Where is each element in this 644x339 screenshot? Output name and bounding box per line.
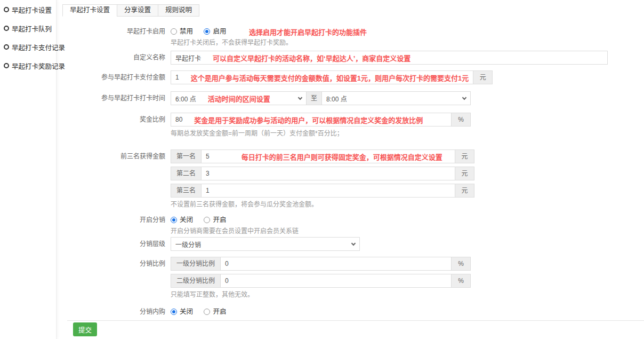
rank3-value: 1: [206, 187, 210, 194]
bonus-help: 每期总发放奖金金额=前一周期（前一天）支付金额*百分比；: [171, 130, 644, 137]
name-label: 自定义名称: [62, 51, 171, 65]
sidebar-item-reward-records[interactable]: 早起打卡奖励记录: [4, 60, 56, 71]
name-hint: 可以自定义早起打卡的活动名称，如‘早起达人’，商家自定义设置: [213, 53, 410, 63]
ring-icon: [4, 26, 9, 31]
level-label: 分销层级: [62, 237, 171, 251]
top3-row-1: 第一名 5 每日打卡的前三名用户则可获得固定奖金，可根据情况自定义设置 元: [171, 149, 474, 163]
rank1-addon: 第一名: [171, 149, 201, 163]
rank3-unit-addon: 元: [455, 184, 474, 198]
sidebar-item-label: 早起打卡队列: [12, 23, 52, 34]
row-top3-amount: 前三名获得金额 第一名 5 每日打卡的前三名用户则可获得固定奖金，可根据情况自定…: [62, 149, 644, 208]
ring-icon: [4, 44, 9, 50]
ratio-l2-unit-addon: %: [452, 274, 471, 288]
radio-on-icon: [171, 309, 177, 315]
ratio-label: 分销比例: [62, 257, 171, 271]
dist-radio-open[interactable]: 开启: [204, 215, 226, 225]
inner-label: 分销内购: [62, 307, 171, 317]
settings-form: 早起打卡启用 禁用 启用 选择启用才能开启早起打卡的功能插件 早起打卡关闭后，不…: [62, 27, 644, 317]
radio-label: 启用: [213, 27, 226, 36]
sidebar-item-payment-records[interactable]: 早起打卡支付记录: [4, 42, 56, 52]
submit-button[interactable]: 提交: [73, 322, 97, 336]
bonus-unit-addon: %: [452, 113, 471, 127]
pay-value: 1: [175, 74, 179, 81]
sidebar-item-label: 早起打卡设置: [12, 5, 52, 15]
time-start-value: 6:00 点: [175, 94, 196, 103]
enable-help: 早起打卡关闭后，不会获得早起打卡奖励。: [171, 39, 644, 46]
tab-rules[interactable]: 规则说明: [158, 4, 199, 17]
ratio-l1-unit-addon: %: [452, 257, 471, 271]
sidebar-item-label: 早起打卡奖励记录: [12, 61, 65, 71]
tab-checkin-settings[interactable]: 早起打卡设置: [62, 4, 117, 17]
row-checkin-time: 参与早起打卡打卡时间 6:00 点 活动时间的区间设置 至 8:00 点: [62, 91, 644, 105]
dist-help: 开启分销商需要在会员设置中开启会员关系链: [171, 227, 644, 235]
radio-label: 禁用: [180, 27, 193, 36]
time-hint: 活动时间的区间设置: [208, 93, 270, 104]
tab-share-settings[interactable]: 分享设置: [117, 4, 158, 17]
name-value: 早起打卡: [175, 53, 201, 62]
bonus-hint: 奖金是用于奖励成功参与活动的用户，可以根据情况自定义奖金的发放比例: [194, 115, 423, 125]
sidebar: 早起打卡设置 早起打卡队列 早起打卡支付记录 早起打卡奖励记录: [0, 0, 57, 339]
row-dist-ratio: 分销比例 一级分销比例 0 % 二级分销比例 0 % 只能填写正整数，其他无效。: [62, 257, 644, 298]
rank3-addon: 第三名: [171, 184, 201, 198]
rank2-value: 3: [206, 170, 210, 177]
pay-input[interactable]: 1 这个是用户参与活动每天需要支付的金额数值，如设置1元，则用户每次打卡的需要支…: [171, 70, 473, 84]
radio-label: 开启: [213, 307, 226, 317]
time-end-value: 8:00 点: [326, 94, 347, 103]
row-dist-level: 分销层级 一级分销: [62, 237, 644, 251]
enable-hint: 选择启用才能开启早起打卡的功能插件: [249, 28, 367, 36]
rank2-addon: 第二名: [171, 167, 201, 180]
time-label: 参与早起打卡打卡时间: [62, 91, 171, 105]
ratio-l1-addon: 一级分销比例: [171, 257, 220, 271]
chevron-down-icon: [462, 96, 466, 100]
rank2-unit-addon: 元: [455, 167, 474, 180]
pay-hint: 这个是用户参与活动每天需要支付的金额数值，如设置1元，则用户每次打卡的需要支付1…: [191, 73, 469, 83]
top3-help: 不设置前三名获得金额，将会参与瓜分奖金池金额。: [171, 201, 644, 208]
ratio-help: 只能填写正整数，其他无效。: [171, 291, 644, 298]
dist-level-select[interactable]: 一级分销: [171, 237, 360, 251]
bonus-input[interactable]: 80 奖金是用于奖励成功参与活动的用户，可以根据情况自定义奖金的发放比例: [171, 113, 452, 127]
enable-radio-enable[interactable]: 启用: [204, 27, 226, 36]
ratio-l1-input[interactable]: 0: [220, 257, 452, 271]
inner-radio-close[interactable]: 关闭: [171, 307, 193, 317]
sidebar-item-checkin-settings[interactable]: 早起打卡设置: [4, 4, 56, 15]
radio-label: 关闭: [180, 215, 193, 225]
ratio-l2-value: 0: [225, 277, 229, 285]
row-inner-purchase: 分销内购 关闭 开启: [62, 307, 644, 317]
rank1-input[interactable]: 5 每日打卡的前三名用户则可获得固定奖金，可根据情况自定义设置: [201, 149, 455, 163]
rank3-input[interactable]: 1: [201, 184, 455, 198]
name-input[interactable]: 早起打卡 可以自定义早起打卡的活动名称，如‘早起达人’，商家自定义设置: [171, 51, 608, 65]
footer-divider: [67, 320, 644, 321]
main-content: 早起打卡设置 分享设置 规则说明 早起打卡启用 禁用 启用 选择启用才能开启早起…: [62, 0, 644, 336]
radio-off-icon: [171, 28, 177, 35]
inner-radio-open[interactable]: 开启: [204, 307, 226, 317]
tab-bar: 早起打卡设置 分享设置 规则说明: [62, 0, 644, 17]
sidebar-item-label: 早起打卡支付记录: [12, 42, 65, 52]
radio-off-icon: [204, 217, 210, 223]
ratio-row-1: 一级分销比例 0 %: [171, 257, 471, 271]
row-bonus-ratio: 奖金比例 80 奖金是用于奖励成功参与活动的用户，可以根据情况自定义奖金的发放比…: [62, 113, 644, 137]
radio-on-icon: [171, 217, 177, 223]
ratio-l2-addon: 二级分销比例: [171, 274, 220, 288]
enable-radio-disable[interactable]: 禁用: [171, 27, 193, 36]
row-custom-name: 自定义名称 早起打卡 可以自定义早起打卡的活动名称，如‘早起达人’，商家自定义设…: [62, 51, 644, 65]
row-enable: 早起打卡启用 禁用 启用 选择启用才能开启早起打卡的功能插件 早起打卡关闭后，不…: [62, 27, 644, 46]
dist-radio-close[interactable]: 关闭: [171, 215, 193, 225]
radio-off-icon: [204, 309, 210, 315]
dist-label: 开启分销: [62, 215, 171, 225]
ratio-l2-input[interactable]: 0: [220, 274, 452, 288]
time-end-select[interactable]: 8:00 点: [321, 91, 471, 105]
enable-label: 早起打卡启用: [62, 27, 171, 36]
radio-label: 开启: [213, 215, 226, 225]
level-value: 一级分销: [175, 240, 201, 249]
row-pay-amount: 参与早起打卡支付金额 1 这个是用户参与活动每天需要支付的金额数值，如设置1元，…: [62, 70, 644, 84]
bonus-value: 80: [175, 116, 182, 123]
rank2-input[interactable]: 3: [201, 167, 455, 180]
top3-hint: 每日打卡的前三名用户则可获得固定奖金，可根据情况自定义设置: [241, 152, 442, 162]
ratio-row-2: 二级分销比例 0 %: [171, 274, 471, 288]
time-start-select[interactable]: 6:00 点 活动时间的区间设置: [171, 91, 307, 105]
bonus-label: 奖金比例: [62, 113, 171, 127]
top3-label: 前三名获得金额: [62, 149, 171, 163]
chevron-down-icon: [351, 241, 356, 246]
time-to-addon: 至: [307, 91, 321, 105]
sidebar-item-checkin-queue[interactable]: 早起打卡队列: [4, 23, 56, 34]
